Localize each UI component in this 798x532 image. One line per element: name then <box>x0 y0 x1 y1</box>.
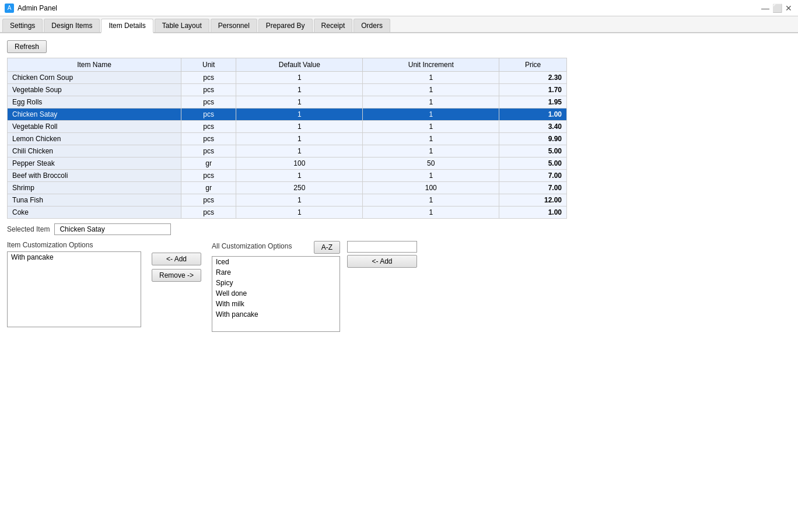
col-header-item-name: Item Name <box>8 58 181 72</box>
default-value-cell: 1 <box>236 145 363 158</box>
default-value-cell: 1 <box>236 194 363 206</box>
price-cell: 1.00 <box>499 108 567 121</box>
col-header-default-value: Default Value <box>236 58 363 72</box>
default-value-cell: 250 <box>236 182 363 194</box>
unit-cell: gr <box>181 182 236 194</box>
default-value-cell: 1 <box>236 84 363 96</box>
table-row[interactable]: Egg Rollspcs111.95 <box>8 96 567 108</box>
all-custom-option[interactable]: Iced <box>212 257 340 267</box>
tab-personnel[interactable]: Personnel <box>211 19 257 32</box>
table-row[interactable]: Cokepcs111.00 <box>8 206 567 219</box>
item-name-cell: Vegetable Soup <box>8 84 181 96</box>
price-cell: 12.00 <box>499 194 567 206</box>
item-name-cell: Tuna Fish <box>8 194 181 206</box>
item-name-cell: Lemon Chicken <box>8 133 181 145</box>
remove-customization-button[interactable]: Remove -> <box>152 269 201 282</box>
selected-item-row: Selected Item Chicken Satay <box>7 223 791 235</box>
default-value-cell: 1 <box>236 108 363 121</box>
table-row[interactable]: Chili Chickenpcs115.00 <box>8 145 567 158</box>
price-cell: 7.00 <box>499 182 567 194</box>
table-row[interactable]: Shrimpgr2501007.00 <box>8 182 567 194</box>
unit-cell: pcs <box>181 72 236 84</box>
increment-cell: 1 <box>363 108 499 121</box>
content-area: Refresh Item NameUnitDefault ValueUnit I… <box>0 33 798 532</box>
tab-receipt[interactable]: Receipt <box>314 19 353 32</box>
table-row[interactable]: Pepper Steakgr100505.00 <box>8 158 567 170</box>
col-header-unit: Unit <box>181 58 236 72</box>
unit-cell: pcs <box>181 96 236 108</box>
table-row[interactable]: Tuna Fishpcs1112.00 <box>8 194 567 206</box>
all-custom-option[interactable]: Rare <box>212 267 340 278</box>
table-row[interactable]: Vegetable Rollpcs113.40 <box>8 121 567 133</box>
unit-cell: pcs <box>181 84 236 96</box>
increment-cell: 1 <box>363 84 499 96</box>
table-row[interactable]: Chicken Corn Souppcs112.30 <box>8 72 567 84</box>
maximize-button[interactable]: ⬜ <box>772 4 782 13</box>
item-custom-option[interactable]: With pancake <box>8 252 141 262</box>
close-button[interactable]: ✕ <box>784 4 793 13</box>
table-row[interactable]: Vegetable Souppcs111.70 <box>8 84 567 96</box>
increment-cell: 1 <box>363 170 499 182</box>
app-icon: A <box>5 4 14 13</box>
increment-cell: 1 <box>363 96 499 108</box>
price-cell: 9.90 <box>499 133 567 145</box>
window-controls: — ⬜ ✕ <box>761 4 793 13</box>
all-customization-panel: All Customization Options A-Z IcedRareSp… <box>212 241 340 332</box>
col-header-unit-increment: Unit Increment <box>363 58 499 72</box>
tab-prepared-by[interactable]: Prepared By <box>258 19 313 32</box>
all-custom-option[interactable]: With pancake <box>212 309 340 320</box>
item-name-cell: Vegetable Roll <box>8 121 181 133</box>
increment-cell: 1 <box>363 121 499 133</box>
item-name-cell: Shrimp <box>8 182 181 194</box>
price-cell: 7.00 <box>499 170 567 182</box>
customization-area: Item Customization Options With pancake … <box>7 241 791 332</box>
price-cell: 1.70 <box>499 84 567 96</box>
increment-cell: 1 <box>363 133 499 145</box>
all-customization-header: All Customization Options A-Z <box>212 241 340 254</box>
item-name-cell: Beef with Broccoli <box>8 170 181 182</box>
default-value-cell: 1 <box>236 170 363 182</box>
item-name-cell: Chicken Corn Soup <box>8 72 181 84</box>
right-add-button[interactable]: <- Add <box>347 255 417 268</box>
default-value-cell: 100 <box>236 158 363 170</box>
new-customization-input[interactable] <box>347 241 417 253</box>
arrow-buttons-area: <- Add Remove -> <box>148 241 205 293</box>
default-value-cell: 1 <box>236 72 363 84</box>
price-cell: 1.00 <box>499 206 567 219</box>
unit-cell: gr <box>181 158 236 170</box>
tab-bar: SettingsDesign ItemsItem DetailsTable La… <box>0 16 798 33</box>
item-name-cell: Chicken Satay <box>8 108 181 121</box>
refresh-button[interactable]: Refresh <box>7 40 47 53</box>
table-row[interactable]: Chicken Sataypcs111.00 <box>8 108 567 121</box>
selected-item-label: Selected Item <box>7 225 50 233</box>
tab-orders[interactable]: Orders <box>354 19 390 32</box>
selected-item-value: Chicken Satay <box>54 223 171 235</box>
price-cell: 3.40 <box>499 121 567 133</box>
unit-cell: pcs <box>181 108 236 121</box>
tab-item-details[interactable]: Item Details <box>101 19 153 33</box>
tab-design-items[interactable]: Design Items <box>44 19 100 32</box>
price-cell: 1.95 <box>499 96 567 108</box>
item-name-cell: Pepper Steak <box>8 158 181 170</box>
tab-settings[interactable]: Settings <box>2 19 43 32</box>
item-customization-title: Item Customization Options <box>7 241 141 249</box>
increment-cell: 1 <box>363 194 499 206</box>
price-cell: 2.30 <box>499 72 567 84</box>
item-customization-listbox[interactable]: With pancake <box>7 251 141 327</box>
minimize-button[interactable]: — <box>761 4 770 13</box>
table-row[interactable]: Beef with Broccolipcs117.00 <box>8 170 567 182</box>
add-customization-button[interactable]: <- Add <box>152 253 201 265</box>
right-panel: <- Add <box>347 241 417 268</box>
all-custom-option[interactable]: Well done <box>212 288 340 299</box>
table-row[interactable]: Lemon Chickenpcs119.90 <box>8 133 567 145</box>
all-custom-option[interactable]: With milk <box>212 299 340 309</box>
all-custom-option[interactable]: Spicy <box>212 278 340 288</box>
increment-cell: 1 <box>363 206 499 219</box>
tab-table-layout[interactable]: Table Layout <box>155 19 209 32</box>
default-value-cell: 1 <box>236 206 363 219</box>
price-cell: 5.00 <box>499 145 567 158</box>
az-sort-button[interactable]: A-Z <box>314 241 340 254</box>
increment-cell: 50 <box>363 158 499 170</box>
unit-cell: pcs <box>181 145 236 158</box>
all-customization-listbox[interactable]: IcedRareSpicyWell doneWith milkWith panc… <box>212 256 340 332</box>
